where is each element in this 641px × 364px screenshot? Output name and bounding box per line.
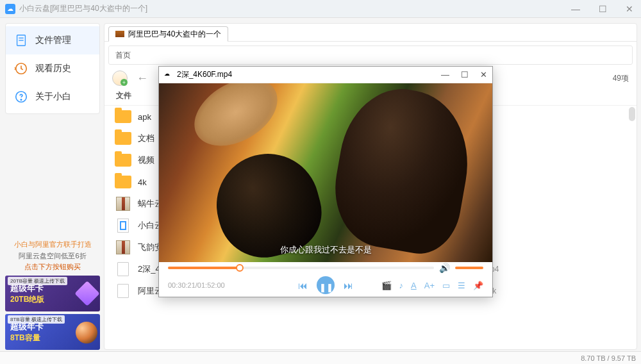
add-folder-button[interactable] — [112, 70, 128, 86]
sidebar-item-file-manage[interactable]: 文件管理 — [6, 26, 99, 54]
planet-icon — [76, 322, 97, 343]
storage-info: 8.70 TB / 9.57 TB — [581, 354, 636, 362]
volume-icon[interactable]: 🔊 — [439, 263, 450, 273]
screen-icon[interactable]: ▭ — [442, 281, 450, 290]
maximize-button[interactable]: ☐ — [596, 4, 609, 14]
volume-track[interactable] — [455, 267, 483, 269]
sidebar-item-label: 观看历史 — [35, 63, 71, 74]
status-bar: 8.70 TB / 9.57 TB — [0, 351, 641, 364]
promo-banner-20tb[interactable]: 20TB容量 极速上传下载 超级年卡 20TB绝版 — [5, 276, 100, 311]
breadcrumb[interactable]: 首页 — [108, 46, 633, 65]
next-button[interactable]: ⏭ — [344, 280, 353, 291]
tab-icon — [115, 31, 124, 37]
video-viewport[interactable]: 你成心跟我过不去是不是 — [159, 83, 492, 262]
tab-label: 阿里巴巴与40大盗中的一个 — [128, 29, 221, 40]
history-icon — [13, 61, 29, 76]
tab-root[interactable]: 阿里巴巴与40大盗中的一个 — [108, 26, 228, 42]
list-icon[interactable]: ☰ — [458, 281, 465, 290]
pause-button[interactable]: ❚❚ — [317, 276, 335, 294]
close-button[interactable]: ✕ — [623, 4, 636, 14]
sidebar-item-about[interactable]: 关于小白 — [6, 83, 99, 111]
font-plus-icon[interactable]: A+ — [424, 281, 435, 290]
archive-icon — [115, 197, 131, 211]
item-count: 49项 — [613, 73, 629, 84]
sidebar: 文件管理 观看历史 关于小白 小白与阿里官方联手打造 阿里云盘空间低至6折 点击… — [5, 23, 100, 350]
scrollbar-thumb[interactable] — [629, 107, 635, 121]
player-app-icon: ☁ — [164, 70, 173, 79]
player-maximize-button[interactable]: ☐ — [461, 70, 469, 79]
file-icon — [115, 262, 131, 276]
file-icon — [115, 284, 131, 298]
music-icon[interactable]: ♪ — [399, 281, 404, 290]
sidebar-item-label: 文件管理 — [35, 35, 71, 46]
prev-button[interactable]: ⏮ — [298, 280, 308, 291]
tab-bar: 阿里巴巴与40大盗中的一个 — [104, 24, 637, 42]
player-controls: 00:30:21/01:52:00 ⏮ ❚❚ ⏭ 🎬 ♪ A A+ ▭ ☰ 📌 — [159, 274, 492, 297]
folder-icon — [115, 153, 131, 167]
app-icon: ☁ — [5, 4, 15, 14]
player-title: 2深_4K60F.mp4 — [177, 69, 232, 80]
player-minimize-button[interactable]: — — [441, 70, 449, 79]
sidebar-item-history[interactable]: 观看历史 — [6, 54, 99, 83]
video-subtitle: 你成心跟我过不去是不是 — [159, 244, 492, 256]
archive-icon — [115, 240, 131, 254]
docblue-icon — [115, 219, 131, 233]
folder-icon — [115, 131, 131, 145]
font-icon[interactable]: A — [411, 281, 417, 290]
sidebar-item-label: 关于小白 — [35, 91, 71, 103]
progress-thumb[interactable] — [236, 264, 244, 272]
clapper-icon[interactable]: 🎬 — [381, 281, 392, 290]
pin-icon[interactable]: 📌 — [473, 281, 483, 290]
player-titlebar[interactable]: ☁ 2深_4K60F.mp4 — ☐ ✕ — [159, 67, 492, 83]
folder-icon — [115, 175, 131, 189]
folder-icon — [115, 110, 131, 124]
window-buttons: — ☐ ✕ — [569, 4, 636, 14]
video-player-window: ☁ 2深_4K60F.mp4 — ☐ ✕ 你成心跟我过不去是不是 🔊 00:30… — [158, 66, 493, 297]
minimize-button[interactable]: — — [569, 4, 582, 14]
file-manage-icon — [13, 33, 29, 48]
svg-point-5 — [21, 99, 21, 100]
back-button[interactable]: ← — [135, 71, 149, 85]
promo-banner-8tb[interactable]: 8TB容量 极速上传下载 超级年卡 8TB容量 — [5, 314, 100, 350]
player-close-button[interactable]: ✕ — [480, 70, 487, 79]
promo-text: 小白与阿里官方联手打造 阿里云盘空间低至6折 点击下方按钮购买 — [5, 239, 100, 273]
window-title: 小白云盘[阿里巴巴与40大盗中的一个] — [19, 3, 147, 14]
progress-bar-row: 🔊 — [159, 262, 492, 274]
progress-track[interactable] — [168, 267, 434, 269]
titlebar: ☁ 小白云盘[阿里巴巴与40大盗中的一个] — ☐ ✕ — [0, 0, 641, 18]
playback-time: 00:30:21/01:52:00 — [168, 281, 245, 289]
col-name: 文件 — [116, 90, 131, 101]
about-icon — [13, 89, 29, 104]
